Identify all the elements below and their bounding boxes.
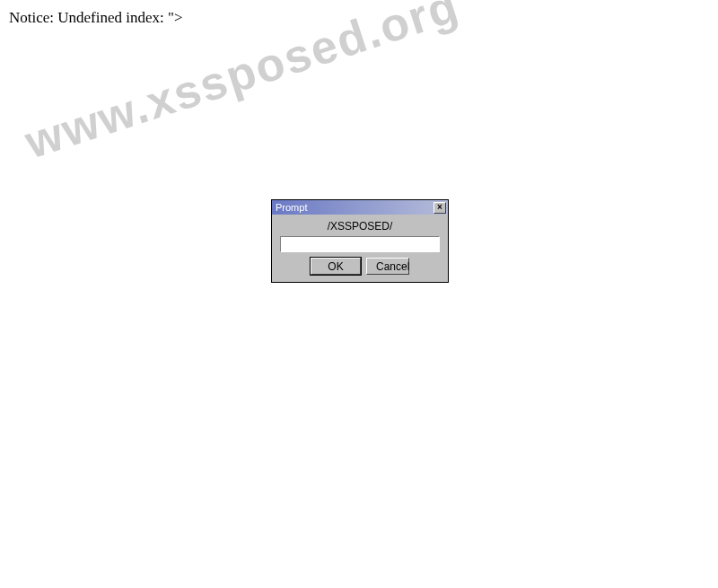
dialog-title: Prompt (274, 202, 307, 213)
close-button[interactable]: × (433, 202, 446, 214)
dialog-message: /XSSPOSED/ (279, 220, 441, 233)
dialog-body: /XSSPOSED/ OK Cancel (272, 215, 448, 282)
ok-button[interactable]: OK (311, 258, 361, 275)
cancel-button[interactable]: Cancel (366, 258, 409, 275)
prompt-input[interactable] (280, 236, 440, 252)
dialog-titlebar[interactable]: Prompt × (272, 200, 448, 215)
prompt-dialog: Prompt × /XSSPOSED/ OK Cancel (271, 199, 449, 283)
notice-text: Notice: Undefined index: "> (9, 9, 183, 27)
dialog-buttons: OK Cancel (279, 258, 441, 275)
